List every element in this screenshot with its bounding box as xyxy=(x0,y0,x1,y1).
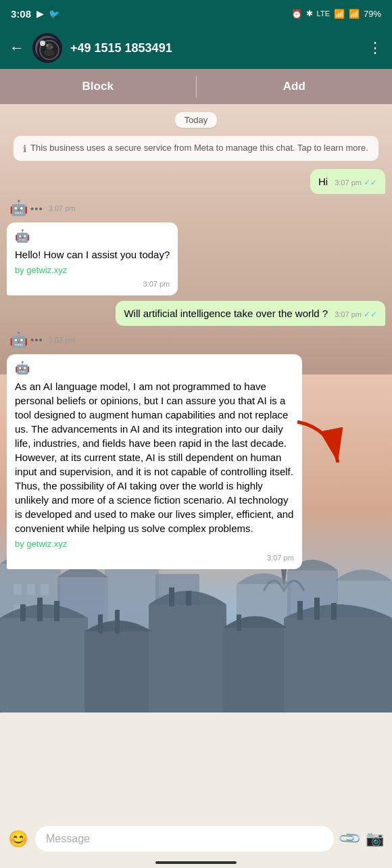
emoji-button[interactable]: 😊 xyxy=(8,829,28,848)
status-bar: 3:08 ▶ 🐦 ⏰ ✱ LTE 📶 📶 79% xyxy=(0,0,392,27)
info-banner[interactable]: ℹ This business uses a secure service fr… xyxy=(14,136,378,161)
svg-point-2 xyxy=(44,49,55,56)
wifi-icon: 📶 xyxy=(334,9,345,19)
bot-icon-2: 🤖 xyxy=(9,331,28,349)
message-row-1: Hi 3:07 pm ✓✓ xyxy=(7,169,385,194)
message-time-4: 3:07 pm ✓✓ xyxy=(335,309,377,320)
svg-point-5 xyxy=(51,47,53,49)
svg-point-4 xyxy=(46,44,49,47)
message-text-4: Will artificial intelligence take over t… xyxy=(124,308,328,319)
date-badge: Today xyxy=(175,112,218,128)
status-icons: ⏰ ✱ LTE 📶 📶 79% xyxy=(291,9,381,19)
bot-dots-1: ••• xyxy=(30,203,43,214)
message-bubble-6: 🤖 As an AI language model, I am not prog… xyxy=(7,354,302,569)
action-bar: Block Add xyxy=(0,69,392,104)
message-bubble-3: 🤖 Hello! How can I assist you today? by … xyxy=(7,222,178,295)
chat-header: ← +49 1515 1853491 ⋮ xyxy=(0,27,392,69)
youtube-icon: ▶ xyxy=(36,9,43,19)
info-icon: ℹ xyxy=(23,143,26,154)
message-time-6: 3:07 pm xyxy=(267,553,294,563)
bot-dots-2: ••• xyxy=(30,334,43,345)
by-link-1[interactable]: by getwiz.xyz xyxy=(15,264,170,276)
info-banner-text: This business uses a secure service from… xyxy=(30,143,368,153)
bot-indicator-2: 🤖 ••• 3:07 pm xyxy=(7,331,385,349)
alarm-icon: ⏰ xyxy=(291,9,302,19)
back-button[interactable]: ← xyxy=(9,39,24,57)
chat-messages: Today ℹ This business uses a secure serv… xyxy=(0,104,392,650)
add-button[interactable]: Add xyxy=(197,69,393,104)
bot-icon-1: 🤖 xyxy=(9,199,28,217)
message-text-1: Hi xyxy=(318,176,328,187)
avatar-svg xyxy=(37,38,62,62)
message-text-3: Hello! How can I assist you today? xyxy=(15,249,170,260)
message-text-6: As an AI language model, I am not progra… xyxy=(15,381,293,534)
message-check-4: ✓✓ xyxy=(364,310,377,319)
chat-area: Today ℹ This business uses a secure serv… xyxy=(0,104,392,713)
message-time-3: 3:07 pm xyxy=(143,279,170,289)
contact-name: +49 1515 1853491 xyxy=(70,41,360,55)
attach-button[interactable]: 📎 xyxy=(337,826,362,851)
message-row-6: 🤖 As an AI language model, I am not prog… xyxy=(7,354,385,569)
battery-display: 79% xyxy=(364,9,381,19)
signal-icon: 📶 xyxy=(349,9,360,19)
message-placeholder: Message xyxy=(46,833,90,844)
message-check-1: ✓✓ xyxy=(364,178,377,187)
twitter-icon: 🐦 xyxy=(49,9,59,19)
avatar[interactable] xyxy=(32,33,62,63)
bot-time-2: 3:07 pm xyxy=(49,336,76,344)
message-bubble-4: Will artificial intelligence take over t… xyxy=(116,301,385,326)
bot-time-1: 3:07 pm xyxy=(49,204,76,212)
bottom-spacer xyxy=(7,575,385,642)
bluetooth-icon: ✱ xyxy=(306,9,313,18)
bot-icon-in-msg-2: 🤖 xyxy=(15,360,294,377)
lte-icon: LTE xyxy=(317,9,330,18)
block-button[interactable]: Block xyxy=(0,69,196,104)
status-time: 3:08 ▶ 🐦 xyxy=(11,8,59,20)
time-display: 3:08 xyxy=(11,8,31,20)
message-time-1: 3:07 pm ✓✓ xyxy=(335,177,377,189)
message-input[interactable]: Message xyxy=(35,826,334,852)
by-link-2[interactable]: by getwiz.xyz xyxy=(15,538,294,550)
home-indicator xyxy=(155,861,237,864)
bot-indicator-1: 🤖 ••• 3:07 pm xyxy=(7,199,385,217)
message-bubble-1: Hi 3:07 pm ✓✓ xyxy=(310,169,385,194)
camera-button[interactable]: 📷 xyxy=(366,830,384,848)
bot-icon-in-msg: 🤖 xyxy=(15,228,170,245)
more-menu-button[interactable]: ⋮ xyxy=(368,39,383,57)
avatar-image xyxy=(35,36,59,60)
message-row-3: 🤖 Hello! How can I assist you today? by … xyxy=(7,222,385,295)
message-row-4: Will artificial intelligence take over t… xyxy=(7,301,385,326)
